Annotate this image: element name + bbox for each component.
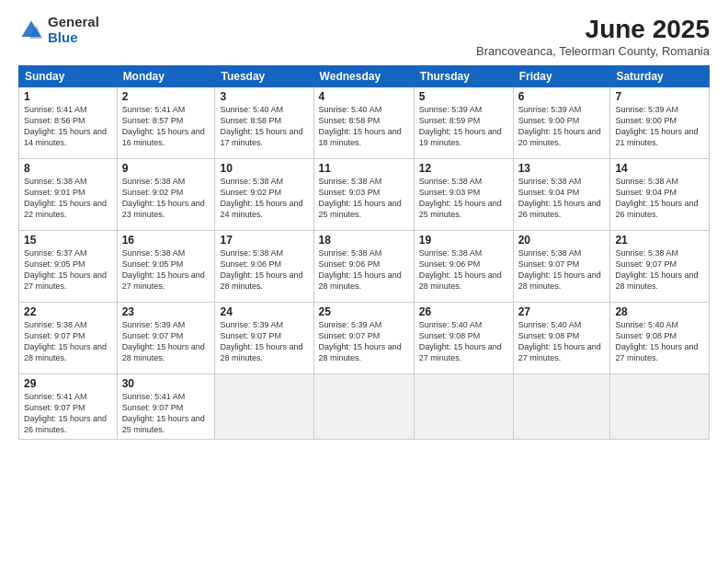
day-number: 10 [220, 162, 308, 175]
day-info: Sunrise: 5:41 AMSunset: 9:07 PMDaylight:… [122, 392, 205, 434]
col-sunday: Sunday [19, 66, 118, 87]
day-info: Sunrise: 5:41 AMSunset: 9:07 PMDaylight:… [24, 392, 107, 434]
table-row: 3 Sunrise: 5:40 AMSunset: 8:58 PMDayligh… [215, 87, 313, 159]
day-info: Sunrise: 5:38 AMSunset: 9:04 PMDaylight:… [615, 177, 698, 219]
table-row [215, 374, 313, 440]
table-row: 23 Sunrise: 5:39 AMSunset: 9:07 PMDaylig… [117, 303, 215, 374]
table-row [513, 374, 610, 440]
table-row: 27 Sunrise: 5:40 AMSunset: 9:08 PMDaylig… [513, 303, 610, 374]
day-info: Sunrise: 5:38 AMSunset: 9:07 PMDaylight:… [24, 320, 107, 362]
table-row: 6 Sunrise: 5:39 AMSunset: 9:00 PMDayligh… [513, 87, 610, 159]
day-info: Sunrise: 5:38 AMSunset: 9:04 PMDaylight:… [518, 177, 601, 219]
day-info: Sunrise: 5:40 AMSunset: 8:58 PMDaylight:… [220, 105, 302, 147]
day-info: Sunrise: 5:39 AMSunset: 9:00 PMDaylight:… [518, 105, 601, 147]
day-number: 30 [122, 377, 210, 390]
table-row [610, 374, 710, 440]
table-row: 19 Sunrise: 5:38 AMSunset: 9:06 PMDaylig… [414, 231, 513, 303]
day-number: 14 [615, 162, 704, 175]
day-number: 6 [518, 90, 606, 103]
table-row: 29 Sunrise: 5:41 AMSunset: 9:07 PMDaylig… [19, 374, 118, 440]
day-number: 12 [419, 162, 508, 175]
day-info: Sunrise: 5:38 AMSunset: 9:06 PMDaylight:… [319, 248, 402, 291]
day-number: 5 [419, 90, 508, 103]
day-number: 8 [24, 162, 112, 175]
title-block: June 2025 Brancoveanca, Teleorman County… [476, 15, 710, 58]
table-row: 1 Sunrise: 5:41 AMSunset: 8:56 PMDayligh… [19, 87, 118, 159]
calendar-table: Sunday Monday Tuesday Wednesday Thursday… [18, 65, 710, 440]
day-info: Sunrise: 5:39 AMSunset: 8:59 PMDaylight:… [419, 105, 502, 147]
calendar-header: Sunday Monday Tuesday Wednesday Thursday… [19, 66, 710, 87]
table-row: 30 Sunrise: 5:41 AMSunset: 9:07 PMDaylig… [117, 374, 215, 440]
day-info: Sunrise: 5:39 AMSunset: 9:00 PMDaylight:… [615, 105, 698, 147]
day-number: 18 [319, 234, 409, 247]
day-info: Sunrise: 5:39 AMSunset: 9:07 PMDaylight:… [220, 320, 302, 362]
day-number: 13 [518, 162, 606, 175]
day-number: 19 [419, 234, 508, 247]
day-number: 11 [319, 162, 409, 175]
col-monday: Monday [117, 66, 215, 87]
day-info: Sunrise: 5:38 AMSunset: 9:07 PMDaylight:… [518, 248, 601, 291]
table-row: 20 Sunrise: 5:38 AMSunset: 9:07 PMDaylig… [513, 231, 610, 303]
day-number: 21 [615, 234, 704, 247]
col-friday: Friday [513, 66, 610, 87]
col-saturday: Saturday [610, 66, 710, 87]
day-info: Sunrise: 5:39 AMSunset: 9:07 PMDaylight:… [319, 320, 402, 362]
day-number: 3 [220, 90, 308, 103]
table-row: 9 Sunrise: 5:38 AMSunset: 9:02 PMDayligh… [117, 159, 215, 231]
day-number: 1 [24, 90, 112, 103]
day-number: 28 [615, 305, 704, 318]
table-row: 14 Sunrise: 5:38 AMSunset: 9:04 PMDaylig… [610, 159, 710, 231]
day-info: Sunrise: 5:38 AMSunset: 9:06 PMDaylight:… [220, 248, 302, 291]
page: General Blue June 2025 Brancoveanca, Tel… [0, 0, 728, 563]
table-row: 26 Sunrise: 5:40 AMSunset: 9:08 PMDaylig… [414, 303, 513, 374]
logo-text: General Blue [48, 15, 99, 45]
table-row: 12 Sunrise: 5:38 AMSunset: 9:03 PMDaylig… [414, 159, 513, 231]
col-thursday: Thursday [414, 66, 513, 87]
day-number: 23 [122, 305, 210, 318]
day-info: Sunrise: 5:41 AMSunset: 8:56 PMDaylight:… [24, 105, 107, 147]
day-number: 27 [518, 305, 606, 318]
day-number: 24 [220, 305, 308, 318]
day-number: 15 [24, 234, 112, 247]
day-info: Sunrise: 5:38 AMSunset: 9:03 PMDaylight:… [419, 177, 502, 219]
day-number: 22 [24, 305, 112, 318]
day-info: Sunrise: 5:38 AMSunset: 9:02 PMDaylight:… [220, 177, 302, 219]
day-number: 16 [122, 234, 210, 247]
table-row: 17 Sunrise: 5:38 AMSunset: 9:06 PMDaylig… [215, 231, 313, 303]
table-row [313, 374, 414, 440]
logo-general: General [48, 14, 99, 29]
day-number: 7 [615, 90, 704, 103]
day-number: 9 [122, 162, 210, 175]
logo: General Blue [18, 15, 99, 45]
day-number: 4 [319, 90, 409, 103]
table-row: 8 Sunrise: 5:38 AMSunset: 9:01 PMDayligh… [19, 159, 118, 231]
table-row: 10 Sunrise: 5:38 AMSunset: 9:02 PMDaylig… [215, 159, 313, 231]
day-info: Sunrise: 5:38 AMSunset: 9:01 PMDaylight:… [24, 177, 107, 219]
month-title: June 2025 [476, 15, 710, 44]
day-info: Sunrise: 5:40 AMSunset: 9:08 PMDaylight:… [518, 320, 601, 362]
header: General Blue June 2025 Brancoveanca, Tel… [18, 15, 710, 58]
table-row: 5 Sunrise: 5:39 AMSunset: 8:59 PMDayligh… [414, 87, 513, 159]
day-info: Sunrise: 5:39 AMSunset: 9:07 PMDaylight:… [122, 320, 205, 362]
table-row: 22 Sunrise: 5:38 AMSunset: 9:07 PMDaylig… [19, 303, 118, 374]
location: Brancoveanca, Teleorman County, Romania [476, 44, 710, 58]
day-info: Sunrise: 5:37 AMSunset: 9:05 PMDaylight:… [24, 248, 107, 291]
table-row: 4 Sunrise: 5:40 AMSunset: 8:58 PMDayligh… [313, 87, 414, 159]
day-number: 26 [419, 305, 508, 318]
table-row: 18 Sunrise: 5:38 AMSunset: 9:06 PMDaylig… [313, 231, 414, 303]
day-info: Sunrise: 5:38 AMSunset: 9:05 PMDaylight:… [122, 248, 205, 291]
table-row: 7 Sunrise: 5:39 AMSunset: 9:00 PMDayligh… [610, 87, 710, 159]
day-info: Sunrise: 5:40 AMSunset: 9:08 PMDaylight:… [615, 320, 698, 362]
table-row: 11 Sunrise: 5:38 AMSunset: 9:03 PMDaylig… [313, 159, 414, 231]
header-row: Sunday Monday Tuesday Wednesday Thursday… [19, 66, 710, 87]
table-row: 21 Sunrise: 5:38 AMSunset: 9:07 PMDaylig… [610, 231, 710, 303]
table-row: 13 Sunrise: 5:38 AMSunset: 9:04 PMDaylig… [513, 159, 610, 231]
col-wednesday: Wednesday [313, 66, 414, 87]
day-info: Sunrise: 5:40 AMSunset: 9:08 PMDaylight:… [419, 320, 502, 362]
logo-icon [18, 17, 44, 43]
day-number: 29 [24, 377, 112, 390]
table-row: 16 Sunrise: 5:38 AMSunset: 9:05 PMDaylig… [117, 231, 215, 303]
day-info: Sunrise: 5:38 AMSunset: 9:03 PMDaylight:… [319, 177, 402, 219]
day-number: 20 [518, 234, 606, 247]
col-tuesday: Tuesday [215, 66, 313, 87]
